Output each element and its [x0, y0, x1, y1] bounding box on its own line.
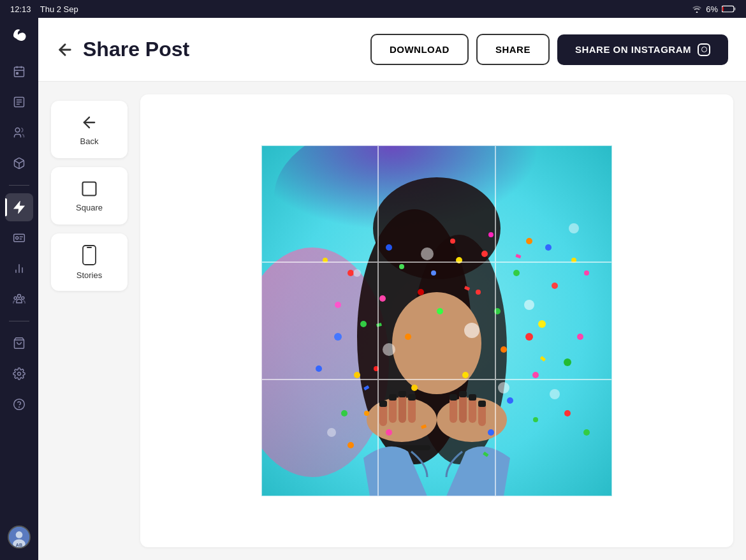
svg-point-76 — [341, 410, 347, 416]
svg-point-69 — [450, 239, 455, 244]
svg-rect-35 — [83, 182, 96, 195]
sidebar: AB — [0, 18, 38, 560]
svg-point-24 — [22, 297, 24, 299]
svg-point-75 — [494, 308, 501, 314]
svg-point-85 — [571, 258, 576, 263]
svg-point-83 — [354, 372, 360, 378]
svg-point-68 — [552, 283, 558, 289]
svg-point-71 — [360, 321, 367, 327]
svg-point-78 — [386, 244, 392, 251]
svg-rect-58 — [408, 394, 416, 401]
instagram-icon — [698, 43, 710, 56]
svg-point-102 — [347, 442, 354, 448]
stories-card-label: Stories — [77, 270, 102, 280]
svg-point-70 — [418, 289, 424, 295]
status-bar: 12:13 Thu 2 Sep 6% — [0, 0, 746, 18]
svg-rect-2 — [722, 6, 724, 11]
svg-rect-61 — [469, 394, 476, 401]
image-display-area — [140, 94, 733, 547]
sidebar-item-analytics[interactable] — [5, 254, 33, 283]
sidebar-item-shop[interactable] — [5, 329, 33, 357]
svg-point-82 — [456, 257, 462, 263]
svg-point-22 — [18, 295, 21, 298]
share-button[interactable]: SHARE — [476, 34, 550, 65]
svg-point-73 — [564, 358, 571, 366]
back-card-label: Back — [80, 136, 99, 146]
svg-point-100 — [488, 429, 494, 436]
sidebar-item-card[interactable] — [5, 224, 33, 252]
svg-point-44 — [392, 292, 481, 394]
svg-rect-57 — [399, 391, 406, 397]
svg-point-90 — [335, 302, 341, 308]
svg-point-91 — [577, 334, 583, 340]
square-card[interactable]: Square — [51, 167, 128, 225]
svg-point-93 — [501, 346, 507, 353]
svg-point-111 — [421, 247, 434, 260]
svg-point-114 — [498, 382, 509, 394]
app-logo[interactable] — [8, 24, 31, 47]
svg-rect-56 — [389, 394, 397, 401]
date-display: Thu 2 Sep — [40, 4, 78, 14]
header-left: Share Post — [56, 38, 189, 61]
svg-rect-36 — [83, 246, 96, 265]
sidebar-item-help[interactable] — [5, 390, 33, 418]
app-layout: AB Share Post DOWNLOAD SHARE SHARE ON IN… — [0, 18, 746, 560]
svg-point-104 — [323, 258, 328, 263]
sidebar-item-team[interactable] — [5, 285, 33, 313]
svg-point-84 — [538, 320, 546, 328]
battery-display: 6% — [706, 4, 718, 14]
stories-card[interactable]: Stories — [51, 233, 128, 291]
svg-text:AB: AB — [16, 543, 22, 548]
svg-point-96 — [476, 290, 481, 295]
svg-point-74 — [399, 264, 404, 269]
svg-point-97 — [437, 308, 443, 314]
back-button[interactable] — [56, 41, 74, 59]
svg-point-27 — [14, 399, 25, 410]
svg-point-105 — [584, 270, 589, 276]
svg-point-112 — [550, 389, 560, 399]
left-panel: Back Square Stories — [51, 94, 128, 547]
svg-point-87 — [379, 295, 386, 302]
svg-point-110 — [524, 300, 534, 310]
svg-rect-55 — [379, 401, 387, 407]
sidebar-item-products[interactable] — [5, 149, 33, 177]
svg-point-23 — [14, 297, 17, 299]
svg-marker-14 — [15, 202, 24, 213]
sidebar-item-calendar[interactable] — [5, 57, 33, 85]
svg-point-98 — [462, 372, 469, 378]
user-avatar[interactable]: AB — [8, 526, 31, 549]
share-instagram-button[interactable]: SHARE ON INSTAGRAM — [557, 34, 728, 65]
svg-point-106 — [583, 429, 590, 436]
svg-point-79 — [334, 333, 342, 341]
svg-point-66 — [525, 333, 533, 341]
svg-rect-0 — [722, 6, 734, 11]
svg-point-26 — [18, 372, 21, 376]
sidebar-item-audience[interactable] — [5, 119, 33, 147]
download-button[interactable]: DOWNLOAD — [370, 34, 469, 65]
svg-point-115 — [327, 428, 336, 437]
svg-point-99 — [386, 429, 392, 436]
instagram-button-label: SHARE ON INSTAGRAM — [575, 44, 691, 55]
svg-point-107 — [316, 365, 322, 372]
time-display: 12:13 — [10, 4, 31, 14]
status-indicators: 6% — [692, 4, 736, 14]
svg-point-113 — [353, 269, 361, 277]
back-card[interactable]: Back — [51, 101, 128, 158]
page-header: Share Post DOWNLOAD SHARE SHARE ON INSTA… — [38, 18, 746, 82]
sidebar-item-settings[interactable] — [5, 360, 33, 388]
sidebar-item-posts[interactable] — [5, 88, 33, 116]
svg-point-94 — [364, 411, 369, 416]
svg-point-30 — [16, 531, 23, 538]
phone-frame-icon — [82, 245, 96, 265]
svg-point-95 — [526, 238, 532, 244]
svg-rect-60 — [459, 391, 467, 397]
header-actions: DOWNLOAD SHARE SHARE ON INSTAGRAM — [370, 34, 728, 65]
sidebar-item-activity[interactable] — [5, 193, 33, 221]
status-time: 12:13 Thu 2 Sep — [10, 4, 78, 14]
svg-point-72 — [513, 270, 520, 276]
square-frame-icon — [80, 180, 98, 198]
post-image — [261, 145, 612, 496]
sidebar-divider-1 — [9, 185, 29, 186]
svg-point-12 — [15, 128, 20, 133]
svg-point-65 — [481, 251, 488, 257]
